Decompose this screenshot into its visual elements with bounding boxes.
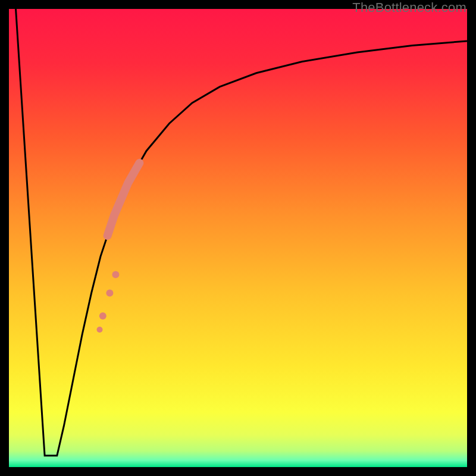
bottleneck-curve (16, 9, 468, 456)
marker-dot (106, 289, 113, 296)
marker-dots (97, 271, 120, 333)
plot-area (9, 9, 467, 467)
curve-layer (9, 9, 467, 467)
watermark-text: TheBottleneck.com (352, 0, 466, 15)
highlighted-band (108, 163, 140, 236)
marker-dot (99, 312, 107, 320)
marker-dot (112, 271, 119, 278)
chart-frame: TheBottleneck.com (0, 0, 476, 476)
marker-dot (97, 327, 103, 333)
